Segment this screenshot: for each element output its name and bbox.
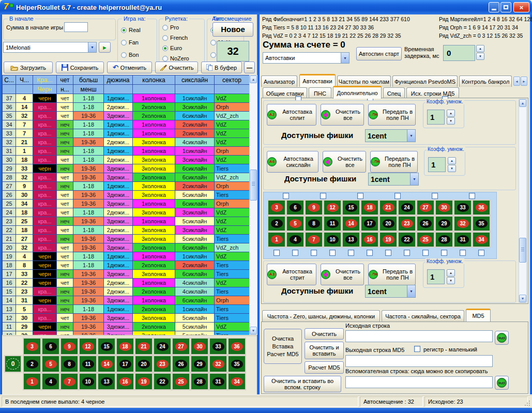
board-number-cell[interactable]: 14	[342, 216, 360, 232]
header-color-2[interactable]: Черн	[33, 85, 57, 94]
board-number-cell[interactable]: 16	[360, 232, 379, 248]
transfer-pn-button-3[interactable]: →ПН Передать в поле ПН	[368, 264, 416, 285]
tab-psevdoms[interactable]: Функционал PsevdoMS	[392, 75, 458, 87]
board-number-cell[interactable]: 23	[153, 355, 172, 373]
header-sixline[interactable]: сикслайн	[175, 75, 215, 85]
spin-down-icon[interactable]: ▼	[447, 117, 455, 125]
board-number-cell[interactable]: 19	[134, 373, 153, 390]
street-checkbox[interactable]	[292, 250, 298, 256]
street-checkbox[interactable]	[311, 250, 317, 256]
street-checkbox[interactable]	[422, 250, 429, 256]
board-number-cell[interactable]: 20	[379, 216, 398, 232]
street-checkbox[interactable]	[348, 250, 354, 256]
md5-calc-icon-button-1[interactable]: МД5	[495, 331, 509, 345]
table-row[interactable]: 1431черннеч19-363дюжи...1колонка6сиклайн…	[3, 296, 250, 305]
table-row[interactable]: 1733черннеч19-363дюжи...3колонка6сиклайн…	[3, 270, 250, 279]
board-number-cell[interactable]: 30	[435, 200, 453, 216]
chips-combo-2[interactable]: 1cent ▼	[368, 173, 419, 186]
board-number-cell[interactable]: 3	[23, 338, 41, 355]
coef-spinner-2[interactable]: ▲▼	[448, 157, 456, 172]
spin-down-icon[interactable]: ▼	[448, 165, 456, 172]
board-number-cell[interactable]: 1	[23, 373, 41, 390]
autobets-combo[interactable]: Автоставки ▼	[263, 52, 349, 64]
subtab-additional[interactable]: Дополнительно	[333, 86, 382, 99]
table-row[interactable]: 1523кра...неч19-362дюжи...2колонка4сикла…	[3, 287, 250, 296]
board-number-cell[interactable]: 29	[435, 216, 453, 232]
board-number-cell[interactable]: 34	[227, 373, 246, 390]
board-number-cell[interactable]: 23	[398, 216, 416, 232]
board-number-cell[interactable]: 6	[286, 200, 305, 216]
table-row[interactable]: 2418кра...чет1-182дюжи...3колонка3сиклай…	[3, 208, 250, 217]
transfer-pn-button-2[interactable]: →ПН Передать в поле ПН	[370, 151, 418, 173]
board-number-cell[interactable]: 25	[416, 232, 435, 248]
radio-pro[interactable]: Pro	[162, 24, 179, 30]
table-row[interactable]: 1030кра...чет19-363дюжи...3колонка5сикла…	[3, 331, 250, 335]
board-number-cell[interactable]: 11	[323, 216, 342, 232]
table-row[interactable]: 1622чернчет19-362дюжи...1колонка4сиклайн…	[3, 279, 250, 287]
scrollbar-thumb[interactable]	[519, 238, 526, 263]
undo-button[interactable]: ↶ Отменить	[107, 62, 152, 73]
board-number-cell[interactable]: 8	[305, 216, 323, 232]
board-number-cell[interactable]: 12	[323, 200, 342, 216]
board-number-cell[interactable]: 28	[435, 232, 453, 248]
board-number-cell[interactable]: 5	[286, 216, 305, 232]
board-number-cell[interactable]: 27	[416, 200, 435, 216]
close-button[interactable]: ×	[513, 2, 529, 12]
header-parity[interactable]: чет	[57, 75, 73, 85]
subtab-pns[interactable]: ПНС	[309, 87, 331, 99]
board-number-cell[interactable]: 15	[97, 338, 116, 355]
table-row[interactable]: 279кра...неч1-181дюжи...3колонка2сиклайн…	[3, 182, 250, 191]
board-number-cell[interactable]: 26	[416, 216, 435, 232]
table-row[interactable]: 1230кра...чет19-363дюжи...3колонка5сикла…	[3, 314, 250, 323]
radio-fan[interactable]: Fan	[121, 39, 139, 45]
autostake-sixline-button[interactable]: A6 Автоставка сикслайн	[267, 151, 318, 173]
chevron-down-icon[interactable]: ▼	[341, 53, 349, 63]
tab-analyzer[interactable]: Анализатор	[261, 75, 297, 87]
start-sum-input[interactable]	[64, 22, 88, 32]
header-parity-2[interactable]: н...	[57, 85, 73, 94]
chips-combo-1[interactable]: 1cent ▼	[365, 129, 416, 142]
subtab-md5-strings[interactable]: Исх. строки МД5	[406, 87, 459, 99]
tab-number-frequencies[interactable]: Частоты по числам	[337, 75, 391, 87]
autostake-split-button[interactable]: A2 Автоставка сплит	[267, 104, 316, 126]
board-number-cell[interactable]: 11	[79, 355, 97, 373]
header-number[interactable]: Ч...	[16, 75, 33, 85]
board-number-cell[interactable]: 7	[305, 232, 323, 248]
board-number-cell[interactable]: 4	[41, 373, 60, 390]
radio-french[interactable]: French	[162, 35, 188, 41]
board-number-cell[interactable]: 35	[472, 216, 491, 232]
street-checkbox[interactable]	[273, 250, 280, 256]
board-number-cell[interactable]: 2	[23, 355, 41, 373]
street-checkbox[interactable]	[404, 250, 410, 256]
md5-clear-paste-button[interactable]: Очистить и вставить	[305, 342, 344, 359]
arrow-left-icon[interactable]: ◄	[513, 77, 520, 86]
load-button[interactable]: Загрузить	[4, 62, 53, 73]
spin-down-icon[interactable]: ▼	[476, 53, 484, 60]
board-number-cell[interactable]: 10	[323, 232, 342, 248]
title-bar[interactable]: 7 HelperRoullet 6.7 - create helperroull…	[0, 0, 532, 14]
profile-combo[interactable]: 1Melonati ▼	[3, 42, 97, 53]
board-number-cell[interactable]: 7	[60, 373, 79, 390]
board-number-cell[interactable]: 19	[379, 232, 398, 248]
board-number-cell[interactable]: 13	[97, 373, 116, 390]
collapse-button[interactable]: —	[244, 62, 255, 73]
play-button[interactable]: ►	[99, 42, 111, 53]
radio-euro[interactable]: Euro	[162, 45, 182, 51]
copy-buffer-button[interactable]: В буфер	[201, 62, 242, 73]
tab-autobets[interactable]: Автоставки	[299, 74, 336, 87]
chevron-down-icon[interactable]: ▼	[88, 42, 96, 52]
street-checkbox[interactable]	[329, 250, 336, 256]
table-row[interactable]: 2933черннеч19-363дюжи...3колонка6сиклайн…	[3, 164, 250, 173]
md5-out-input[interactable]	[345, 355, 493, 367]
board-number-cell[interactable]: 27	[172, 338, 190, 355]
board-number-cell[interactable]: 32	[453, 216, 472, 232]
spin-up-icon[interactable]: ▲	[448, 157, 456, 164]
board-number-cell[interactable]: 2	[267, 216, 286, 232]
table-row[interactable]: 337кра...неч1-181дюжи...1колонка2сиклайн…	[3, 129, 250, 138]
new-button[interactable]: Новое	[212, 22, 253, 37]
clear-all-button-3[interactable]: Очистить все	[321, 264, 364, 285]
board-number-cell[interactable]: 24	[398, 200, 416, 216]
tab-md5[interactable]: MD5	[466, 309, 491, 322]
tab-bankroll-control[interactable]: Контроль банкрол	[459, 75, 512, 87]
street-checkbox[interactable]	[460, 250, 466, 256]
